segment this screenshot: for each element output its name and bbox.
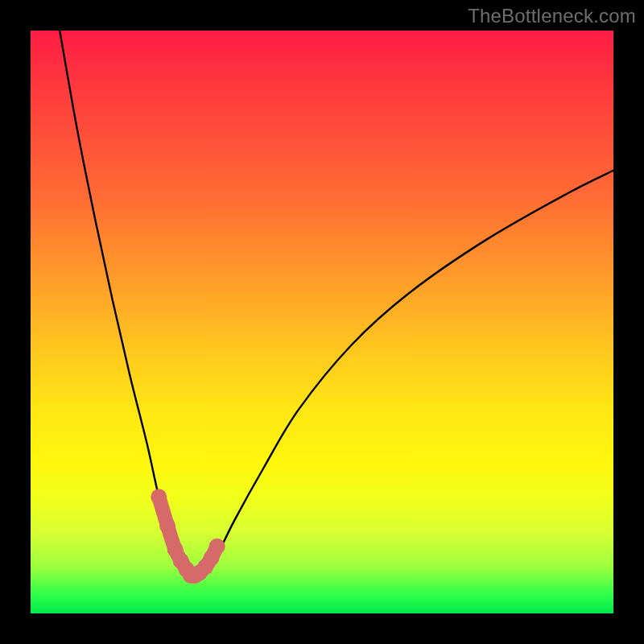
bottleneck-curve-path — [60, 31, 613, 579]
highlight-dot — [209, 539, 225, 555]
plot-area — [31, 31, 613, 613]
bottleneck-curve — [60, 31, 613, 579]
highlight-bottom-curve — [151, 489, 225, 584]
curve-layer — [31, 31, 613, 613]
chart-frame: TheBottleneck.com — [0, 0, 644, 644]
watermark-text: TheBottleneck.com — [468, 5, 636, 27]
highlight-dot — [151, 489, 167, 505]
highlight-dot — [159, 518, 175, 534]
